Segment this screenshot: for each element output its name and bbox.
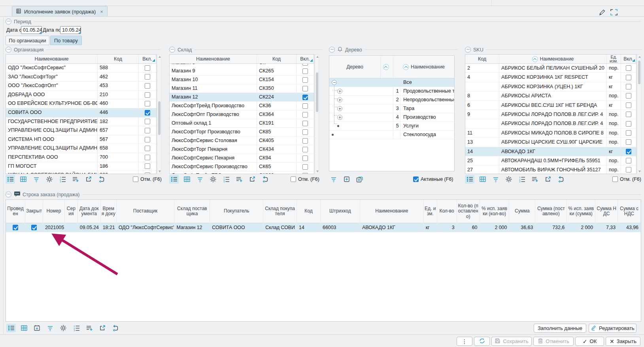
tree-row[interactable]: 4 Производство (329, 113, 454, 122)
tree-row[interactable]: 1 Продовольственные товары (329, 87, 454, 96)
table-row[interactable]: ЛюксСофтТрейд ТРССК369 (170, 171, 314, 174)
filter-icon[interactable] (195, 175, 205, 184)
warehouse-table[interactable]: НаименованиеКодВкл.Магазин 8СКМагазин 9С… (169, 54, 314, 174)
row-include-checkbox[interactable] (145, 74, 150, 80)
table-row[interactable]: ЖЭУ №1 СОВЕТСКОГО РАЙОНА Г.МИНС226 (6, 171, 156, 174)
table-row[interactable]: АБРИКОСЫ ЛОРАДО ПОЛОВ.В ЛЕГ.СИР. 4пор. (465, 119, 636, 128)
open-external-icon[interactable] (84, 175, 93, 184)
row-include-checkbox[interactable] (302, 121, 308, 126)
table-row[interactable]: 25АВТОКАРАНДАШ 0.5ММ+ГРИФЕЛЬ 55951пор. (465, 156, 636, 165)
sku-table[interactable]: КодНаименованиеЕд. изм.Вкл.2АБРИКОС БЕЛЫ… (465, 54, 636, 174)
cancel-button[interactable]: Отменить (533, 337, 574, 346)
sort-asc-icon[interactable] (383, 64, 389, 70)
row-include-checkbox[interactable] (145, 146, 150, 151)
row-include-checkbox[interactable] (302, 164, 308, 170)
collapse-icon[interactable] (6, 47, 11, 53)
sort-asc-icon[interactable] (532, 56, 538, 62)
row-include-checkbox[interactable] (145, 155, 150, 160)
table-row[interactable]: ГОСУДАРСТВЕННОЕ ПРЕДПРИЯТИЕ СТРО182 (6, 118, 156, 127)
view-list-icon[interactable] (169, 175, 179, 184)
row-include-checkbox[interactable] (145, 83, 150, 89)
table-row[interactable]: ЛюксСофтСервис ПроизводствоСК65 (170, 163, 314, 171)
row-include-checkbox[interactable] (145, 173, 150, 174)
collapse-icon[interactable] (169, 47, 175, 53)
tree-row[interactable]: 5 Услуги (329, 122, 454, 131)
row-include-checkbox[interactable] (302, 138, 308, 144)
view-list-icon[interactable] (465, 175, 474, 184)
close-button[interactable]: ✕ Закрыть (606, 337, 640, 346)
otm-checkbox[interactable] (133, 176, 138, 182)
refresh-button[interactable] (474, 337, 490, 346)
open-external-icon[interactable] (543, 175, 553, 184)
expand-node-icon[interactable] (337, 89, 342, 94)
row-include-checkbox[interactable] (626, 167, 631, 173)
row-include-checkbox[interactable] (302, 147, 308, 152)
table-row[interactable]: ОО ЕВРЕЙСКОЕ КУЛЬТУРНОЕ ОБ-ВО ЭМУ460 (6, 99, 156, 108)
row-include-checkbox[interactable] (626, 65, 631, 71)
expand-node-icon[interactable] (337, 106, 342, 111)
more-button[interactable]: ⋮ (457, 337, 472, 346)
otm-checkbox[interactable] (291, 176, 296, 182)
settings-icon[interactable] (59, 324, 68, 332)
table-row[interactable]: ЛюксСофтТорг ПекарняСК434 (170, 145, 314, 154)
row-include-checkbox[interactable] (145, 119, 150, 124)
date-to-input[interactable]: 10.05.24 (60, 26, 81, 34)
ok-button[interactable]: ✓ ОК (575, 337, 604, 346)
sku-scrollbar[interactable] (637, 54, 641, 174)
row-include-checkbox[interactable] (145, 163, 150, 169)
table-row[interactable]: Магазин 8СК (170, 64, 314, 67)
row-include-checkbox[interactable] (145, 65, 150, 71)
tab-by-organization[interactable]: По организации (6, 36, 49, 45)
scrollbar-thumb[interactable] (638, 61, 640, 84)
tree-row[interactable]: Стеклопосуда (329, 131, 454, 139)
row-include-checkbox[interactable] (626, 139, 631, 145)
expand-node-icon[interactable] (337, 97, 342, 102)
row-include-checkbox[interactable] (302, 112, 308, 118)
collapse-icon[interactable] (6, 19, 11, 25)
row-include-checkbox[interactable] (145, 128, 150, 133)
row-include-checkbox[interactable] (302, 77, 308, 83)
row-include-checkbox[interactable] (302, 68, 308, 74)
table-row[interactable]: АБРИКОС КОРЗИНКА (УЦЕН.) 1КГкг (465, 82, 636, 91)
row-include-checkbox[interactable] (626, 102, 631, 108)
tab-close-icon[interactable]: × (100, 9, 103, 15)
row-include-checkbox[interactable] (145, 101, 150, 106)
row-include-checkbox[interactable] (13, 225, 18, 230)
tab-by-product[interactable]: По товару (50, 36, 82, 45)
table-row[interactable]: Магазин 10СК154 (170, 76, 314, 84)
table-row[interactable]: Магазин 11СК350 (170, 84, 314, 93)
filter-icon[interactable] (32, 175, 41, 184)
fill-data-button[interactable]: Заполнить данные (534, 324, 586, 333)
tree-active-filter[interactable]: Активные (F6) (413, 174, 453, 184)
table-row[interactable]: 8АБРИКОСЫ АРИСТАпор. (465, 91, 636, 100)
table-row[interactable]: ПЕРСПЕКТИВА ООО700 (6, 153, 156, 162)
row-include-checkbox[interactable] (626, 75, 631, 80)
warehouse-scrollbar[interactable] (315, 54, 319, 174)
reload-icon[interactable] (556, 175, 566, 184)
view-grid-icon[interactable] (19, 175, 28, 184)
table-row[interactable]: УПРАВЛЕНИЕ СОЦ.ЗАЩИТЫ АДМИНИСТ657 (6, 126, 156, 135)
collapse-icon[interactable] (465, 47, 471, 53)
table-row[interactable]: ЛюксСофтСервис СтоловаяСК405 (170, 137, 314, 145)
table-header[interactable]: НаименованиеКодВкл. (6, 55, 156, 64)
scrollbar-thumb[interactable] (316, 72, 318, 112)
row-include-checkbox[interactable] (145, 110, 150, 116)
numbered-list-icon[interactable]: 123 (58, 175, 67, 184)
collapse-icon[interactable] (6, 192, 11, 197)
tree-row[interactable]: Все (329, 78, 454, 87)
row-include-checkbox[interactable] (31, 225, 37, 230)
order-row[interactable]: 202100509.05.2418:21ОДО "ЛюксСофтСервис"… (6, 223, 641, 232)
add-nodes-icon[interactable] (355, 175, 364, 184)
settings-icon[interactable] (504, 175, 514, 184)
table-row[interactable]: УПРАВЛЕНИЕ СОЦ.ЗАЩИТЫ АДМИНИСТ658 (6, 144, 156, 153)
open-external-icon[interactable] (247, 175, 257, 184)
table-row[interactable]: ДОБРАДА ООО210 (6, 91, 156, 100)
table-row[interactable]: 4АБРИКОС КОРЗИНКА 1КГ RESPECTкг (465, 73, 636, 82)
table-row[interactable]: Магазин 12СК224 (170, 93, 314, 102)
reload-icon[interactable] (261, 175, 270, 184)
organization-otm-filter[interactable]: Отм. (F6) (133, 174, 162, 184)
table-row[interactable]: ООО "ЛюксСофтОпт"453 (6, 82, 156, 91)
edit-pencil-icon[interactable] (598, 8, 606, 18)
table-row[interactable]: 14АВОКАДО 1КГкг (465, 147, 636, 156)
add-row-icon[interactable] (85, 324, 94, 332)
